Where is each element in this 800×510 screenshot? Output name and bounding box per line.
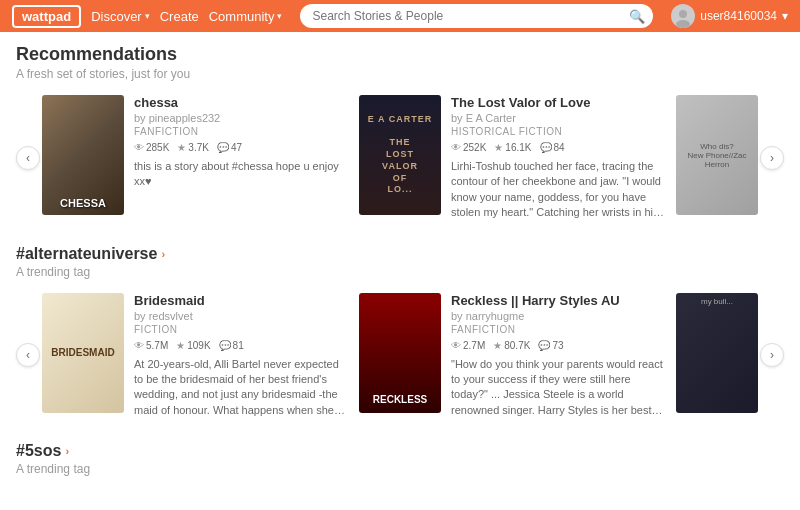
card-bridesmaid-stats: 👁 5.7M ★ 109K 💬 81 (134, 340, 347, 351)
eye-icon: 👁 (134, 142, 144, 153)
recommendations-title: Recommendations (16, 44, 784, 65)
nav-create[interactable]: Create (160, 9, 199, 24)
card-bridesmaid-desc: At 20-years-old, Alli Bartel never expec… (134, 357, 347, 419)
reckless-reads: 👁 2.7M (451, 340, 485, 351)
svg-point-0 (679, 10, 687, 18)
lv-reads: 👁 252K (451, 142, 486, 153)
card-lost-valor-genre: HISTORICAL FICTION (451, 126, 664, 137)
username: user84160034 (700, 9, 777, 23)
bridesmaid-comments: 💬 81 (219, 340, 244, 351)
card-reckless-stats: 👁 2.7M ★ 80.7K 💬 73 (451, 340, 664, 351)
tag2-subtitle: A trending tag (16, 462, 784, 476)
card-lost-valor-title: The Lost Valor of Love (451, 95, 664, 110)
card-partial-1: Who dis?New Phone//Zac Herron (676, 95, 758, 221)
bridesmaid-votes: ★ 109K (176, 340, 210, 351)
star-icon4: ★ (493, 340, 502, 351)
card-chessa-genre: FANFICTION (134, 126, 347, 137)
tag1-prev-btn[interactable]: ‹ (16, 343, 40, 367)
cover-reckless[interactable]: RECKLESS (359, 293, 441, 413)
avatar (671, 4, 695, 28)
reckless-votes: ★ 80.7K (493, 340, 530, 351)
user-caret: ▾ (782, 9, 788, 23)
card-lost-valor-desc: Lirhi-Toshub touched her face, tracing t… (451, 159, 664, 221)
bridesmaid-reads: 👁 5.7M (134, 340, 168, 351)
nav-discover[interactable]: Discover ▾ (91, 9, 150, 24)
card-chessa-desc: this is a story about #chessa hope u enj… (134, 159, 347, 190)
cover-lost-valor[interactable]: E A CARTERTHELOSTVALOROFLO... (359, 95, 441, 215)
eye-icon3: 👁 (134, 340, 144, 351)
search-icon: 🔍 (629, 9, 645, 24)
card-lost-valor: E A CARTERTHELOSTVALOROFLO... The Lost V… (359, 95, 664, 221)
card-chessa-author: by pineapples232 (134, 112, 347, 124)
comment-icon2: 💬 (540, 142, 552, 153)
svg-point-1 (676, 20, 690, 28)
tag1-cards: BRIDESMAID Bridesmaid by redsvlvet FICTI… (40, 289, 760, 423)
card-reckless-genre: FANFICTION (451, 324, 664, 335)
comment-icon4: 💬 (538, 340, 550, 351)
main-content: Recommendations A fresh set of stories, … (0, 32, 800, 510)
eye-icon4: 👁 (451, 340, 461, 351)
tag2-section: #5sos › A trending tag (16, 442, 784, 476)
card-bridesmaid-genre: FICTION (134, 324, 347, 335)
header: wattpad Discover ▾ Create Community ▾ 🔍 … (0, 0, 800, 32)
tag1-carousel: ‹ BRIDESMAID Bridesmaid by redsvlvet FIC… (16, 289, 784, 423)
comment-icon3: 💬 (219, 340, 231, 351)
lv-comments: 💬 84 (540, 142, 565, 153)
tag2-chevron: › (65, 445, 69, 457)
card-bridesmaid: BRIDESMAID Bridesmaid by redsvlvet FICTI… (42, 293, 347, 419)
star-icon2: ★ (494, 142, 503, 153)
search-input[interactable] (300, 4, 653, 28)
eye-icon2: 👁 (451, 142, 461, 153)
card-reckless-title: Reckless || Harry Styles AU (451, 293, 664, 308)
card-lost-valor-stats: 👁 252K ★ 16.1K 💬 84 (451, 142, 664, 153)
lv-votes: ★ 16.1K (494, 142, 531, 153)
tag1-chevron: › (161, 248, 165, 260)
logo[interactable]: wattpad (12, 5, 81, 28)
star-icon: ★ (177, 142, 186, 153)
reckless-comments: 💬 73 (538, 340, 563, 351)
recommendations-cards: CHESSA chessa by pineapples232 FANFICTIO… (40, 91, 760, 225)
tag1-subtitle: A trending tag (16, 265, 784, 279)
card-reckless-desc: "How do you think your parents would rea… (451, 357, 664, 419)
card-lost-valor-author: by E A Carter (451, 112, 664, 124)
card-chessa: CHESSA chessa by pineapples232 FANFICTIO… (42, 95, 347, 221)
recommendations-section: Recommendations A fresh set of stories, … (16, 44, 784, 225)
recommendations-carousel: ‹ CHESSA chessa by pineapples232 FANFICT… (16, 91, 784, 225)
alternateuniverse-section: #alternateuniverse › A trending tag ‹ BR… (16, 245, 784, 423)
nav-community[interactable]: Community ▾ (209, 9, 283, 24)
star-icon3: ★ (176, 340, 185, 351)
chessa-comments: 💬 47 (217, 142, 242, 153)
card-bridesmaid-title: Bridesmaid (134, 293, 347, 308)
community-caret: ▾ (277, 11, 282, 21)
chessa-votes: ★ 3.7K (177, 142, 209, 153)
cover-partial-1[interactable]: Who dis?New Phone//Zac Herron (676, 95, 758, 215)
card-chessa-title: chessa (134, 95, 347, 110)
search-bar: 🔍 (300, 4, 653, 28)
tag1-next-btn[interactable]: › (760, 343, 784, 367)
tag1-title[interactable]: #alternateuniverse › (16, 245, 784, 263)
discover-caret: ▾ (145, 11, 150, 21)
chessa-reads: 👁 285K (134, 142, 169, 153)
card-bridesmaid-author: by redsvlvet (134, 310, 347, 322)
recommendations-next-btn[interactable]: › (760, 146, 784, 170)
cover-chessa[interactable]: CHESSA (42, 95, 124, 215)
recommendations-subtitle: A fresh set of stories, just for you (16, 67, 784, 81)
recommendations-prev-btn[interactable]: ‹ (16, 146, 40, 170)
cover-bridesmaid[interactable]: BRIDESMAID (42, 293, 124, 413)
tag2-title[interactable]: #5sos › (16, 442, 784, 460)
card-reckless: RECKLESS Reckless || Harry Styles AU by … (359, 293, 664, 419)
user-area[interactable]: user84160034 ▾ (671, 4, 788, 28)
card-reckless-author: by narryhugme (451, 310, 664, 322)
comment-icon: 💬 (217, 142, 229, 153)
card-partial-2: my bull... (676, 293, 758, 419)
card-chessa-stats: 👁 285K ★ 3.7K 💬 47 (134, 142, 347, 153)
cover-partial-2[interactable]: my bull... (676, 293, 758, 413)
